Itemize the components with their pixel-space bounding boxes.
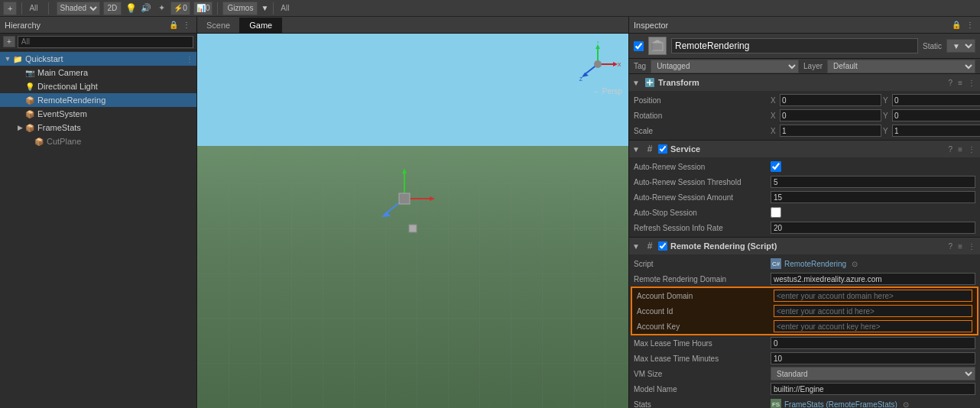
scale-x-input[interactable] [780, 125, 881, 137]
compass-widget: Y X Z [575, 41, 621, 87]
svg-rect-18 [409, 225, 417, 232]
service-body: Auto-Renew Session Auto-Renew Session Th… [629, 157, 980, 237]
es-toggle-spacer [15, 109, 24, 118]
account-domain-input[interactable] [774, 290, 972, 302]
tree-item-frame-stats[interactable]: ▶ 📦 FrameStats [0, 121, 196, 134]
max-lease-minutes-label: Max Lease Time Minutes [634, 355, 767, 363]
model-name-label: Model Name [634, 385, 767, 393]
service-help-btn[interactable]: ? [947, 145, 955, 154]
gizmos-button[interactable]: Gizmos [222, 2, 258, 15]
vm-size-dropdown[interactable]: Standard [771, 367, 975, 380]
effect-icon[interactable]: ✦ [155, 2, 167, 15]
script-selector-btn[interactable]: ⊙ [849, 258, 860, 269]
pos-x-input[interactable] [780, 94, 881, 106]
fs-label: FrameStats [37, 123, 81, 132]
service-settings-btn[interactable]: ≡ [956, 145, 964, 154]
pos-y-input[interactable] [892, 94, 980, 106]
fs-toggle[interactable]: ▶ [15, 123, 24, 132]
auto-renew-amount-row: Auto-Renew Session Amount [629, 189, 980, 205]
stats-selector-btn[interactable]: ⊙ [900, 399, 911, 408]
hierarchy-overflow-btn[interactable]: ⋮ [181, 21, 192, 29]
script-ref-name: RemoteRendering [784, 260, 846, 268]
rot-y-label: Y [883, 112, 891, 120]
transform-toggle[interactable]: ▼ [632, 79, 641, 87]
tree-item-remote-rendering[interactable]: 📦 RemoteRendering [0, 93, 196, 107]
tree-item-main-camera[interactable]: 📷 Main Camera [0, 66, 196, 79]
scale-label: Scale [634, 127, 767, 135]
hierarchy-lock-btn[interactable]: 🔒 [167, 21, 180, 29]
refresh-rate-input[interactable] [771, 222, 975, 234]
rot-x-input[interactable] [780, 109, 881, 121]
auto-stop-label: Auto-Stop Session [634, 209, 767, 217]
rr-enabled-checkbox[interactable] [658, 241, 667, 251]
quickstart-options[interactable]: ⋮ [186, 55, 193, 63]
model-name-input[interactable]: builtin://Engine [771, 383, 975, 395]
max-lease-minutes-input[interactable] [771, 352, 975, 364]
tab-game[interactable]: Game [240, 18, 282, 33]
tree-item-cut-plane[interactable]: 📦 CutPlane [0, 134, 196, 148]
svg-text:X: X [618, 62, 621, 67]
max-lease-hours-input[interactable] [771, 337, 975, 349]
inspector-lock-btn[interactable]: 🔒 [950, 21, 962, 29]
rr-settings-btn[interactable]: ≡ [956, 242, 964, 251]
auto-renew-amount-input[interactable] [771, 191, 975, 203]
quickstart-toggle[interactable]: ▼ [3, 54, 12, 63]
tree-item-directional-light[interactable]: 💡 Directional Light [0, 79, 196, 93]
inspector-title: Inspector [634, 21, 668, 30]
hierarchy-search-input[interactable] [18, 36, 193, 48]
service-overflow-btn[interactable]: ⋮ [966, 145, 977, 154]
light-icon[interactable]: 💡 [125, 2, 137, 15]
add-button[interactable]: + [3, 2, 17, 15]
persp-label: ← Persp [592, 87, 622, 96]
cp-icon: 📦 [34, 136, 44, 147]
separator4 [273, 2, 274, 15]
rr-label: RemoteRendering [37, 96, 105, 105]
rr-component-toggle[interactable]: ▼ [632, 242, 641, 251]
scene-background: Y X Z ← Persp [197, 34, 628, 408]
hierarchy-add-btn[interactable]: + [3, 36, 15, 47]
account-id-input[interactable] [774, 305, 972, 317]
light-icon2: 💡 [24, 81, 35, 92]
inspector-overflow-btn[interactable]: ⋮ [965, 21, 975, 29]
service-header[interactable]: ▼ # Service ? ≡ ⋮ [629, 141, 980, 157]
tree-item-event-system[interactable]: 📦 EventSystem [0, 107, 196, 121]
top-toolbar: + All Shaded 2D 💡 🔊 ✦ ⚡0 📊0 Gizmos ▼ All [0, 0, 980, 17]
scale-xyz: X Y Z [771, 125, 980, 137]
auto-renew-checkbox[interactable] [771, 161, 781, 172]
script-label: Script [634, 260, 767, 268]
transform-settings-btn[interactable]: ≡ [956, 79, 964, 87]
auto-stop-checkbox[interactable] [771, 207, 781, 218]
object-3d-icon [648, 37, 667, 55]
audio-icon[interactable]: 🔊 [140, 2, 152, 15]
service-enabled-checkbox[interactable] [658, 144, 667, 154]
object-enabled-checkbox[interactable] [634, 41, 644, 51]
transform-header[interactable]: ▼ Transform ? ≡ ⋮ [629, 74, 980, 91]
transform-overflow-btn[interactable]: ⋮ [966, 79, 977, 87]
static-dropdown[interactable]: ▼ [946, 39, 975, 53]
rr-overflow-btn[interactable]: ⋮ [966, 242, 977, 251]
shaded-dropdown[interactable]: Shaded [57, 2, 100, 15]
rr-help-btn[interactable]: ? [947, 242, 955, 251]
scale-y-input[interactable] [892, 125, 980, 137]
compass-svg: Y X Z [575, 41, 621, 87]
tab-scene[interactable]: Scene [197, 18, 240, 33]
2d-button[interactable]: 2D [103, 2, 122, 15]
domain-input[interactable]: westus2.mixedreality.azure.com [771, 273, 975, 285]
auto-renew-threshold-input[interactable] [771, 176, 975, 188]
search-all-label: All [27, 4, 40, 12]
transform-help-btn[interactable]: ? [947, 79, 955, 87]
tree-item-quickstart[interactable]: ▼ 📁 Quickstart ⋮ [0, 52, 196, 66]
remote-rendering-header[interactable]: ▼ # Remote Rendering (Script) ? ≡ ⋮ [629, 238, 980, 254]
account-key-input[interactable] [774, 320, 972, 332]
rot-y-input[interactable] [892, 109, 980, 121]
object-name-input[interactable]: RemoteRendering [671, 38, 918, 53]
vm-size-row: VM Size Standard [629, 366, 980, 381]
vm-size-label: VM Size [634, 370, 767, 378]
es-label: EventSystem [37, 109, 87, 118]
rotation-label: Rotation [634, 112, 767, 120]
main-layout: Hierarchy 🔒 ⋮ + ▼ 📁 Quickstart ⋮ [0, 17, 980, 408]
tag-dropdown[interactable]: Untagged [651, 60, 799, 73]
layer-dropdown[interactable]: Default [827, 60, 975, 73]
gizmos-dropdown-arrow[interactable]: ▼ [261, 4, 268, 12]
service-toggle[interactable]: ▼ [632, 145, 641, 154]
